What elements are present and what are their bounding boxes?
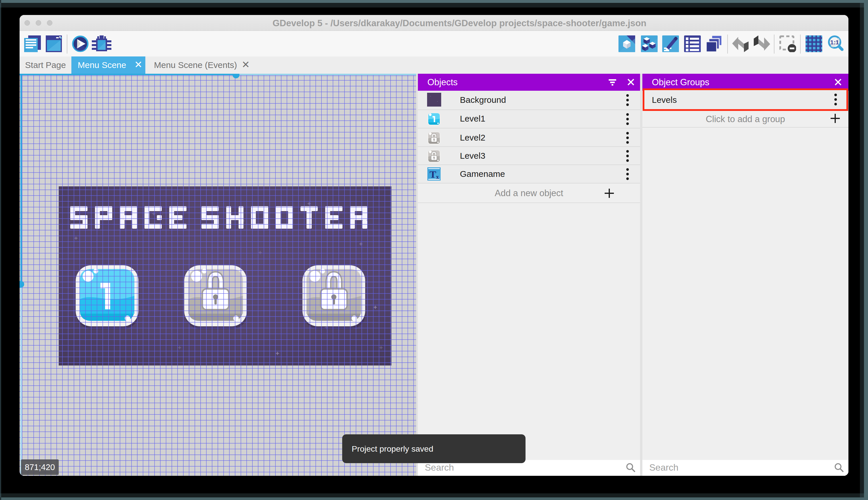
svg-text:T: T (430, 169, 436, 180)
svg-text:1:1: 1:1 (830, 39, 839, 46)
svg-text:x: x (436, 174, 439, 180)
